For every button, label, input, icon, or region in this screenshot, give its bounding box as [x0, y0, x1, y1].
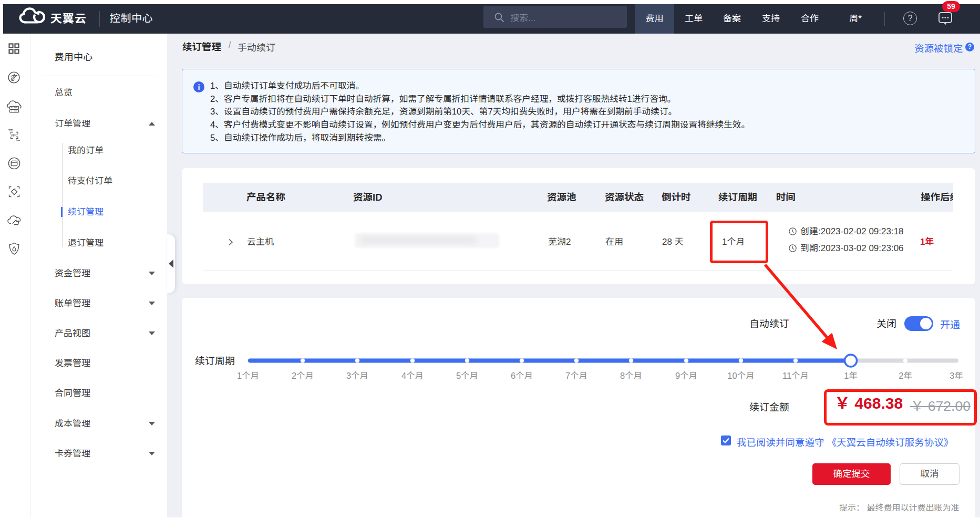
- svg-text:VPC: VPC: [11, 133, 18, 137]
